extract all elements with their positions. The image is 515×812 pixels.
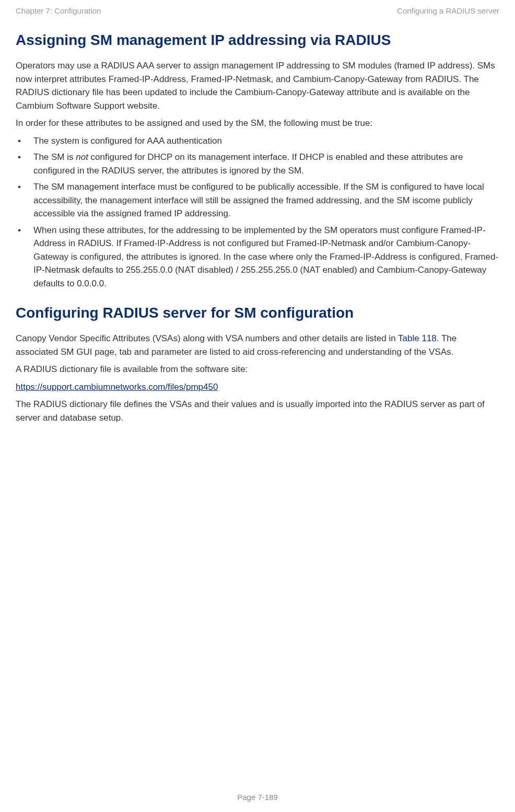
bullet-text-italic: not — [76, 152, 88, 162]
section2-para2: A RADIUS dictionary file is available fr… — [16, 363, 499, 376]
page-footer: Page 7-189 — [0, 793, 515, 802]
section1-para1: Operators may use a RADIUS AAA server to… — [16, 59, 499, 112]
header-right: Configuring a RADIUS server — [397, 6, 499, 15]
section1-para2: In order for these attributes to be assi… — [16, 117, 499, 130]
table-reference[interactable]: Table 118 — [398, 333, 437, 343]
list-item: The SM management interface must be conf… — [28, 180, 499, 221]
section2-para3: The RADIUS dictionary file defines the V… — [16, 398, 499, 424]
list-item: The SM is not configured for DHCP on its… — [28, 150, 499, 177]
section2-para1: Canopy Vendor Specific Attributes (VSAs)… — [16, 332, 499, 358]
document-page: Chapter 7: Configuration Configuring a R… — [0, 0, 515, 812]
section1-bullet-list: The system is configured for AAA authent… — [16, 134, 499, 291]
section1-title: Assigning SM management IP addressing vi… — [16, 32, 499, 49]
list-item: When using these attributes, for the add… — [28, 224, 499, 291]
list-item: The system is configured for AAA authent… — [28, 134, 499, 148]
para1-pre: Canopy Vendor Specific Attributes (VSAs)… — [16, 333, 398, 343]
section2-link-para: https://support.cambiumnetworks.com/file… — [16, 380, 499, 394]
header-left: Chapter 7: Configuration — [16, 6, 101, 15]
section2-title: Configuring RADIUS server for SM configu… — [16, 305, 499, 321]
running-header: Chapter 7: Configuration Configuring a R… — [16, 6, 499, 15]
support-link[interactable]: https://support.cambiumnetworks.com/file… — [16, 382, 218, 392]
bullet-text-pre: The SM is — [33, 152, 76, 162]
bullet-text-post: configured for DHCP on its management in… — [33, 152, 463, 176]
